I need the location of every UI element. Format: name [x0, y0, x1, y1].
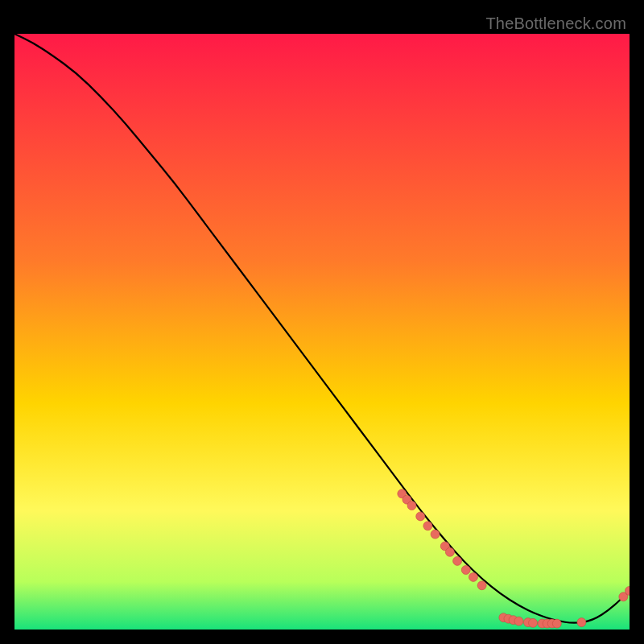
data-marker	[552, 619, 561, 628]
data-marker	[461, 566, 470, 575]
data-marker	[416, 512, 425, 521]
data-marker	[423, 522, 432, 530]
data-marker	[445, 547, 454, 556]
data-marker	[453, 556, 462, 565]
data-marker	[407, 502, 416, 510]
data-marker	[469, 572, 477, 581]
chart-plot	[14, 34, 630, 630]
data-marker	[477, 581, 486, 590]
chart-svg	[14, 34, 630, 630]
data-marker	[577, 618, 586, 627]
watermark-text: TheBottleneck.com	[485, 14, 626, 33]
data-marker	[529, 618, 538, 627]
data-marker	[514, 617, 523, 625]
gradient-background	[14, 34, 630, 630]
data-marker	[431, 530, 440, 539]
chart-frame: TheBottleneck.com	[14, 14, 630, 630]
